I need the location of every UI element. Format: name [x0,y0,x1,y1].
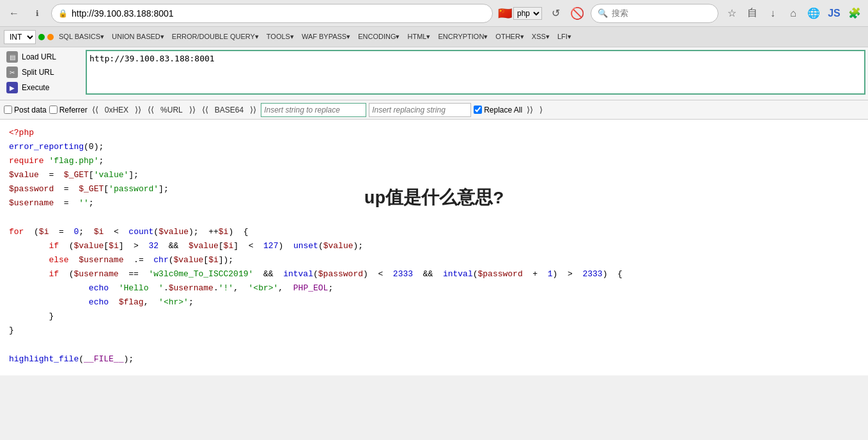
code-line-5: $password = $_GET['password']; [9,182,859,196]
code-line-4: $value = $_GET['value']; [9,168,859,182]
code-line-6: $username = ''; [9,196,859,210]
url-decode-button[interactable]: ⟨⟨ [146,104,156,115]
info-button[interactable]: ℹ [28,4,46,22]
code-line-2: error_reporting(0); [9,140,859,154]
code-line-blank-2 [9,338,859,352]
code-line-13: } [9,310,859,324]
url-input-container: http://39.100.83.188:8001 [83,47,868,100]
post-data-checkbox-label[interactable]: Post data [4,106,47,114]
code-line-7: for ($i = 0; $i < count($value); ++$i) { [9,225,859,239]
referrer-checkbox[interactable] [49,106,58,114]
url-encode-button[interactable]: ⟩⟩ [187,104,198,115]
replace-right-button[interactable]: ⟩⟩ [525,104,535,115]
code-line-15: highlight_file(__FILE__); [9,352,859,366]
tools-button[interactable]: TOOLS▾ [264,32,297,42]
insert-string-input[interactable] [261,103,366,117]
code-area: <?php error_reporting(0); require 'flag.… [0,120,868,375]
code-line-9: else $username .= chr($value[$i]); [9,253,859,267]
lock-icon: 🔒 [58,9,68,18]
lang-select[interactable]: php [513,7,542,20]
reload-button[interactable]: ↺ [547,5,564,22]
star-button[interactable]: ☆ [724,5,740,22]
load-url-icon: ▤ [6,51,18,63]
encryption-button[interactable]: ENCRYPTION▾ [435,32,490,42]
code-line-3: require 'flag.php'; [9,154,859,168]
waf-bypass-button[interactable]: WAF BYPASS▾ [299,32,353,42]
base64-encode-button[interactable]: ⟩⟩ [248,104,258,115]
address-bar: 🔒 [51,4,493,23]
url-label-button[interactable]: %URL [159,105,185,115]
code-line-1: <?php [9,126,859,140]
url-textarea[interactable]: http://39.100.83.188:8001 [86,50,865,95]
code-line-8: if ($value[$i] > 32 && $value[$i] < 127)… [9,239,859,253]
insert-replacing-input[interactable] [369,103,471,117]
int-select[interactable]: INT [4,30,36,44]
search-input[interactable] [612,8,708,18]
hex-label-button[interactable]: 0xHEX [103,105,130,115]
green-dot-icon [38,34,45,40]
post-data-checkbox[interactable] [4,106,12,114]
hex-decode-button[interactable]: ⟨⟨ [90,104,100,115]
left-buttons: ▤ Load URL ✂ Split URL ▶ Execute [0,47,83,100]
toolbar-icons: ☆ 自 ↓ ⌂ 🌐 JS 🧩 [724,5,863,22]
base64-decode-button[interactable]: ⟨⟨ [200,104,210,115]
load-section: ▤ Load URL ✂ Split URL ▶ Execute http://… [0,47,868,100]
download-button[interactable]: ↓ [764,5,781,22]
orange-dot-icon [47,34,54,40]
execute-button[interactable]: ▶ Execute [4,81,79,95]
ext-toolbar: INT SQL BASICS▾ UNION BASED▾ ERROR/DOUBL… [0,27,868,47]
lfi-button[interactable]: LFI▾ [555,32,574,42]
code-line-blank-1 [9,211,859,225]
split-url-button[interactable]: ✂ Split URL [4,65,79,79]
xss-button[interactable]: XSS▾ [529,32,552,42]
globe-button[interactable]: 🌐 [805,5,822,22]
split-url-icon: ✂ [6,67,18,78]
home-button[interactable]: ⌂ [785,5,802,22]
replace-right2-button[interactable]: ⟩ [538,104,545,115]
base64-label-button[interactable]: BASE64 [213,105,245,115]
code-line-10: if ($username == 'w3lc0me_To_ISCC2019' &… [9,267,859,281]
block-button[interactable]: 🚫 [569,5,585,22]
html-button[interactable]: HTML▾ [405,32,433,42]
search-icon: 🔍 [598,8,608,18]
union-based-button[interactable]: UNION BASED▾ [109,32,167,42]
encoding-button[interactable]: ENCODING▾ [355,32,402,42]
code-line-14: } [9,324,859,338]
error-double-query-button[interactable]: ERROR/DOUBLE QUERY▾ [169,32,261,42]
ext-button[interactable]: 🧩 [846,5,863,22]
other-button[interactable]: OTHER▾ [493,32,527,42]
hex-encode-button[interactable]: ⟩⟩ [133,104,143,115]
address-input[interactable] [72,8,486,19]
load-url-button[interactable]: ▤ Load URL [4,50,79,64]
code-line-11: echo 'Hello '.$username.'!', '<br>', PHP… [9,281,859,295]
js-button[interactable]: JS [826,5,842,22]
code-line-12: echo $flag, '<hr>'; [9,295,859,310]
browser-toolbar: ← ℹ 🔒 🇨🇳 php ↺ 🚫 🔍 ☆ 自 ↓ ⌂ 🌐 JS 🧩 [0,0,868,27]
execute-icon: ▶ [6,82,18,93]
encoding-toolbar: Post data Referrer ⟨⟨ 0xHEX ⟩⟩ ⟨⟨ %URL ⟩… [0,100,868,120]
back-button[interactable]: ← [5,4,23,22]
reader-button[interactable]: 自 [744,5,761,22]
search-container: 🔍 [591,4,718,23]
flag-icon: 🇨🇳 [498,6,512,20]
sql-basics-button[interactable]: SQL BASICS▾ [56,32,107,42]
replace-all-label[interactable]: Replace All [474,106,522,114]
referrer-checkbox-label[interactable]: Referrer [49,106,88,114]
replace-all-checkbox[interactable] [474,106,482,114]
